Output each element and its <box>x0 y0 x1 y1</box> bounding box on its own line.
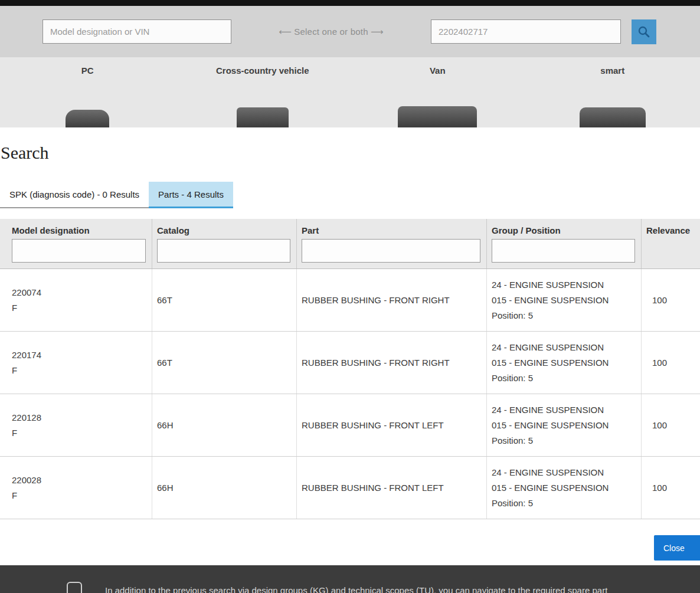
column-header-part: Part <box>297 219 487 238</box>
row-position: Position: 5 <box>492 371 636 386</box>
category-cross-country[interactable]: Cross-country vehicle <box>175 57 351 127</box>
results-tab-bar: SPK (diagnosis code) - 0 Results Parts -… <box>0 182 233 208</box>
row-subgroup: 015 - ENGINE SUSPENSION <box>492 418 636 433</box>
row-catalog: 66H <box>157 480 292 496</box>
van-vehicle-image <box>398 106 477 127</box>
column-header-relevance: Relevance <box>642 219 700 238</box>
row-relevance: 100 <box>652 355 695 371</box>
row-part: RUBBER BUSHING - FRONT RIGHT <box>302 355 482 371</box>
row-position: Position: 5 <box>492 496 636 511</box>
row-subgroup: 015 - ENGINE SUSPENSION <box>492 480 636 496</box>
table-row[interactable]: 220128 F 66H RUBBER BUSHING - FRONT LEFT… <box>0 394 700 457</box>
row-catalog: 66H <box>157 418 292 433</box>
row-part: RUBBER BUSHING - FRONT RIGHT <box>302 293 482 308</box>
row-model: 220128 <box>12 410 147 425</box>
row-model: 220174 <box>12 348 147 363</box>
row-model-sub: F <box>12 363 147 378</box>
row-model: 220028 <box>12 473 147 488</box>
row-model: 220074 <box>12 285 147 300</box>
document-icon <box>67 582 82 593</box>
row-part: RUBBER BUSHING - FRONT LEFT <box>302 480 482 496</box>
column-header-catalog: Catalog <box>152 219 297 238</box>
part-number-input[interactable] <box>431 19 621 44</box>
row-group: 24 - ENGINE SUSPENSION <box>492 340 636 355</box>
row-position: Position: 5 <box>492 433 636 448</box>
modal-title: Search <box>0 127 700 163</box>
row-part: RUBBER BUSHING - FRONT LEFT <box>302 418 482 433</box>
cross-country-vehicle-image <box>237 107 289 127</box>
close-button[interactable]: Close <box>654 535 700 561</box>
row-group: 24 - ENGINE SUSPENSION <box>492 402 636 418</box>
column-header-model: Model designation <box>0 219 152 238</box>
filter-part-input[interactable] <box>302 239 480 263</box>
row-catalog: 66T <box>157 355 292 371</box>
row-model-sub: F <box>12 300 147 316</box>
row-model-sub: F <box>12 488 147 503</box>
search-toolbar: ⟵ Select one or both ⟶ <box>0 6 700 57</box>
search-icon <box>637 25 651 39</box>
model-designation-input[interactable] <box>42 19 231 44</box>
tab-spk-results[interactable]: SPK (diagnosis code) - 0 Results <box>0 182 149 208</box>
row-relevance: 100 <box>652 480 695 496</box>
category-pc-label: PC <box>81 65 94 76</box>
category-pc[interactable]: PC <box>0 57 175 127</box>
row-group: 24 - ENGINE SUSPENSION <box>492 277 636 293</box>
row-subgroup: 015 - ENGINE SUSPENSION <box>492 355 636 371</box>
top-bar <box>0 0 700 6</box>
category-cross-country-label: Cross-country vehicle <box>216 65 309 76</box>
filter-group-input[interactable] <box>492 239 635 263</box>
smart-vehicle-image <box>580 107 646 127</box>
footer-info-text: In addition to the previous search via d… <box>105 585 607 593</box>
row-relevance: 100 <box>652 293 695 308</box>
table-row[interactable]: 220028 F 66H RUBBER BUSHING - FRONT LEFT… <box>0 457 700 519</box>
search-button[interactable] <box>632 19 656 44</box>
filter-catalog-input[interactable] <box>157 239 290 263</box>
info-footer: In addition to the previous search via d… <box>0 565 700 593</box>
table-row[interactable]: 220174 F 66T RUBBER BUSHING - FRONT RIGH… <box>0 332 700 394</box>
filter-model-input[interactable] <box>12 239 146 263</box>
category-smart[interactable]: smart <box>525 57 700 127</box>
results-table-header: Model designation Catalog Part Group / P… <box>0 219 700 269</box>
filter-relevance-empty <box>642 238 700 268</box>
column-header-group-position: Group / Position <box>487 219 642 238</box>
search-results-modal: Search SPK (diagnosis code) - 0 Results … <box>0 127 700 565</box>
category-van-label: Van <box>430 65 446 76</box>
tab-parts-results[interactable]: Parts - 4 Results <box>149 182 233 208</box>
table-row[interactable]: 220074 F 66T RUBBER BUSHING - FRONT RIGH… <box>0 269 700 332</box>
category-van[interactable]: Van <box>350 57 525 127</box>
row-relevance: 100 <box>652 418 695 433</box>
row-group: 24 - ENGINE SUSPENSION <box>492 465 636 480</box>
row-catalog: 66T <box>157 293 292 308</box>
row-position: Position: 5 <box>492 308 636 323</box>
row-subgroup: 015 - ENGINE SUSPENSION <box>492 293 636 308</box>
row-model-sub: F <box>12 425 147 441</box>
select-hint-label: ⟵ Select one or both ⟶ <box>279 27 384 37</box>
pc-vehicle-image <box>66 110 109 127</box>
vehicle-categories: PC Cross-country vehicle Van smart <box>0 57 700 127</box>
category-smart-label: smart <box>600 65 624 76</box>
